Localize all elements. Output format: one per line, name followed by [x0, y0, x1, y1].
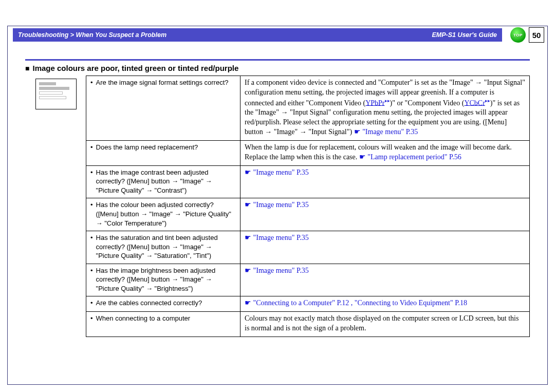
- answer-cell: When the lamp is due for replacement, co…: [240, 141, 530, 166]
- section-title: Image colours are poor, tinted green or …: [25, 64, 530, 72]
- table-row: •Does the lamp need replacement? When th…: [86, 141, 530, 166]
- question-text: Has the colour been adjusted correctly? …: [96, 200, 236, 228]
- question-cell: •Has the image brightness been adjusted …: [86, 264, 240, 296]
- breadcrumb: Troubleshooting > When You Suspect a Pro…: [18, 31, 166, 39]
- question-text: Has the image contrast been adjusted cor…: [96, 168, 236, 195]
- header-bar: Troubleshooting > When You Suspect a Pro…: [13, 28, 502, 42]
- question-cell: •Does the lamp need replacement?: [86, 141, 240, 166]
- glossary-icon[interactable]: ▸▸: [385, 98, 390, 103]
- table-row: •Has the saturation and tint been adjust…: [86, 231, 530, 264]
- question-cell: •Has the colour been adjusted correctly?…: [86, 198, 240, 231]
- page-number-box: 50: [529, 27, 544, 43]
- question-text: Has the saturation and tint been adjuste…: [96, 233, 236, 260]
- cross-ref-link[interactable]: "Image menu" P.35: [354, 128, 418, 136]
- glossary-icon[interactable]: ▸▸: [485, 98, 490, 103]
- question-cell: •Are the image signal format settings co…: [86, 76, 240, 141]
- answer-cell: Colours may not exactly match those disp…: [240, 312, 530, 337]
- guide-title: EMP-S1 User's Guide: [432, 31, 497, 39]
- table-row: •Has the image contrast been adjusted co…: [86, 165, 530, 198]
- thumbnail-icon: [35, 79, 77, 109]
- top-icon[interactable]: TOP: [510, 27, 526, 43]
- top-right-controls: TOP 50: [510, 27, 544, 43]
- troubleshooting-table: •Are the image signal format settings co…: [86, 76, 530, 337]
- page-frame: Troubleshooting > When You Suspect a Pro…: [7, 26, 548, 385]
- question-text: Are the cables connected correctly?: [96, 298, 202, 308]
- table-row: •Has the colour been adjusted correctly?…: [86, 198, 530, 231]
- table-row: •Has the image brightness been adjusted …: [86, 264, 530, 296]
- answer-text: )" or "Component Video (: [390, 99, 465, 106]
- question-text: Has the image brightness been adjusted c…: [96, 266, 236, 293]
- answer-cell: "Image menu" P.35: [240, 165, 530, 198]
- table-row: •Are the image signal format settings co…: [86, 76, 530, 141]
- cross-ref-link[interactable]: "Lamp replacement period" P.56: [359, 153, 461, 161]
- cross-ref-link[interactable]: "Image menu" P.35: [245, 267, 309, 274]
- glossary-link-ycbcr[interactable]: YCbCr: [464, 99, 485, 106]
- cross-ref-link[interactable]: "Image menu" P.35: [245, 234, 309, 241]
- cross-ref-link[interactable]: "Connecting to a Computer" P.12 , "Conne…: [245, 299, 467, 307]
- question-text: Does the lamp need replacement?: [96, 143, 198, 152]
- answer-cell: "Image menu" P.35: [240, 198, 530, 231]
- question-cell: •Has the saturation and tint been adjust…: [86, 231, 240, 264]
- answer-cell: "Connecting to a Computer" P.12 , "Conne…: [240, 296, 530, 312]
- question-cell: •When connecting to a computer: [86, 312, 240, 337]
- accent-line: [25, 59, 530, 61]
- top-icon-label: TOP: [513, 33, 523, 38]
- answer-cell: "Image menu" P.35: [240, 264, 530, 296]
- cross-ref-link[interactable]: "Image menu" P.35: [245, 169, 309, 176]
- main-row: •Are the image signal format settings co…: [25, 76, 530, 337]
- content-area: Image colours are poor, tinted green or …: [13, 42, 542, 337]
- table-row: •When connecting to a computer Colours m…: [86, 312, 530, 337]
- question-text: Are the image signal format settings cor…: [96, 78, 229, 87]
- answer-cell: If a component video device is connected…: [240, 76, 530, 141]
- answer-text: Colours may not exactly match those disp…: [245, 314, 519, 332]
- question-cell: •Are the cables connected correctly?: [86, 296, 240, 312]
- glossary-link-ypbpr[interactable]: YPbPr: [365, 99, 384, 106]
- page-number: 50: [532, 31, 541, 40]
- table-row: •Are the cables connected correctly? "Co…: [86, 296, 530, 312]
- answer-cell: "Image menu" P.35: [240, 231, 530, 264]
- cross-ref-link[interactable]: "Image menu" P.35: [245, 201, 309, 209]
- question-text: When connecting to a computer: [96, 314, 191, 323]
- question-cell: •Has the image contrast been adjusted co…: [86, 165, 240, 198]
- section-title-text: Image colours are poor, tinted green or …: [32, 64, 238, 72]
